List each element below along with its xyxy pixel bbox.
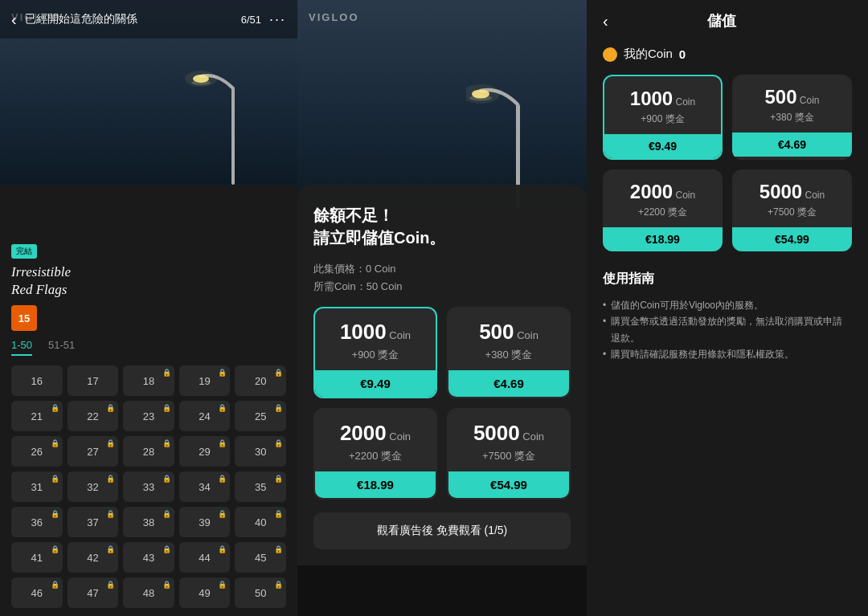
episode-cell[interactable]: 17 xyxy=(68,365,119,396)
episode-cell[interactable]: 40🔒 xyxy=(235,507,286,537)
episode-cell[interactable]: 44🔒 xyxy=(179,542,231,573)
episode-cell[interactable]: 24🔒 xyxy=(179,401,231,431)
right-packages-grid: 1000 Coin+900 獎金€9.49500 Coin+380 獎金€4.6… xyxy=(603,75,852,251)
episode-cell[interactable]: 18🔒 xyxy=(123,365,174,396)
episode-cell[interactable]: 45🔒 xyxy=(235,542,286,573)
episode-cell[interactable]: 37🔒 xyxy=(68,507,119,537)
lock-icon: 🔒 xyxy=(162,545,171,553)
episode-cell[interactable]: 25🔒 xyxy=(235,401,286,431)
left-back-icon[interactable]: ‹ xyxy=(11,10,17,29)
episode-cell[interactable]: 29🔒 xyxy=(179,436,231,467)
right-package-price-button[interactable]: €54.99 xyxy=(732,227,852,251)
episode-cell[interactable]: 35🔒 xyxy=(235,471,286,502)
tab-1-50[interactable]: 1-50 xyxy=(11,339,32,356)
my-coin-label: 我的Coin xyxy=(624,47,673,62)
episode-cell[interactable]: 49🔒 xyxy=(179,577,231,608)
lock-icon: 🔒 xyxy=(162,475,171,483)
package-price-button[interactable]: €9.49 xyxy=(315,370,436,397)
right-package-amount: 2000 xyxy=(630,181,673,202)
right-package-card[interactable]: 500 Coin+380 獎金€4.69 xyxy=(732,75,852,160)
package-unit: Coin xyxy=(514,329,538,341)
right-package-amount: 500 xyxy=(764,86,796,108)
more-options-icon[interactable]: ··· xyxy=(269,11,286,28)
right-package-bonus: +7500 獎金 xyxy=(742,206,842,219)
episode-cell[interactable]: 39🔒 xyxy=(179,507,231,537)
package-card[interactable]: 2000 Coin+2200 獎金€18.99 xyxy=(313,408,437,500)
episode-number: 20 xyxy=(255,375,266,387)
episode-cell[interactable]: 21🔒 xyxy=(11,401,63,431)
episode-cell[interactable]: 23🔒 xyxy=(123,401,174,431)
lock-icon: 🔒 xyxy=(274,475,283,483)
right-header: ‹ 儲值 xyxy=(603,0,852,42)
episode-number: 18 xyxy=(143,375,154,387)
episode-cell[interactable]: 32🔒 xyxy=(68,471,119,502)
right-package-price-button[interactable]: €9.49 xyxy=(604,134,721,158)
episode-cell[interactable]: 19🔒 xyxy=(179,365,231,396)
package-price-button[interactable]: €18.99 xyxy=(315,471,436,498)
lock-icon: 🔒 xyxy=(274,439,283,447)
right-package-card[interactable]: 5000 Coin+7500 獎金€54.99 xyxy=(732,169,852,251)
package-amount: 500 xyxy=(479,320,514,344)
episode-number: 42 xyxy=(87,552,98,564)
right-package-unit: Coin xyxy=(802,190,825,201)
episode-cell[interactable]: 48🔒 xyxy=(123,577,174,608)
episode-cell[interactable]: 47🔒 xyxy=(68,577,119,608)
package-card[interactable]: 500 Coin+380 獎金€4.69 xyxy=(447,307,571,398)
left-panel: ‹ 已經開始這危險的關係 6/51 ··· VIGLOO 完結 Irresist… xyxy=(0,0,297,616)
episode-cell[interactable]: 30🔒 xyxy=(235,436,286,467)
tab-51-51[interactable]: 51-51 xyxy=(48,339,75,356)
episode-cell[interactable]: 26🔒 xyxy=(11,436,63,467)
episode-cell[interactable]: 36🔒 xyxy=(11,507,63,537)
episode-tabs: 1-50 51-51 xyxy=(11,339,286,356)
episode-cell[interactable]: 33🔒 xyxy=(123,471,174,502)
right-back-icon[interactable]: ‹ xyxy=(603,12,608,31)
middle-panel: VIGLOO 餘額不足！ 請立即儲值Coin。 此集價格：0 Coin 所需Co… xyxy=(297,0,587,616)
episode-cell[interactable]: 28🔒 xyxy=(123,436,174,467)
episode-number: 22 xyxy=(87,410,98,422)
package-price-button[interactable]: €4.69 xyxy=(448,370,569,397)
episode-number: 40 xyxy=(255,516,266,528)
episode-cell[interactable]: 27🔒 xyxy=(68,436,119,467)
episode-cell[interactable]: 46🔒 xyxy=(11,577,63,608)
right-package-price-button[interactable]: €18.99 xyxy=(603,227,723,251)
middle-background-image: VIGLOO xyxy=(297,0,587,209)
right-package-card[interactable]: 2000 Coin+2200 獎金€18.99 xyxy=(603,169,723,251)
episode-number: 47 xyxy=(87,587,98,599)
episode-cell[interactable]: 34🔒 xyxy=(179,471,231,502)
package-bonus: +900 獎金 xyxy=(325,348,426,362)
guide-bullet: • xyxy=(603,313,606,346)
episode-cell[interactable]: 16 xyxy=(11,365,63,396)
episode-cell[interactable]: 43🔒 xyxy=(123,542,174,573)
episode-cell[interactable]: 31🔒 xyxy=(11,471,63,502)
watch-ad-button[interactable]: 觀看廣告後 免費觀看 (1/5) xyxy=(313,512,571,549)
episode-number: 28 xyxy=(143,446,154,458)
right-package-card[interactable]: 1000 Coin+900 獎金€9.49 xyxy=(603,75,723,160)
finished-badge: 完結 xyxy=(11,244,37,259)
episode-cell[interactable]: 20🔒 xyxy=(235,365,286,396)
package-card[interactable]: 5000 Coin+7500 獎金€54.99 xyxy=(447,408,571,500)
episode-cell[interactable]: 38🔒 xyxy=(123,507,174,537)
lock-icon: 🔒 xyxy=(274,369,283,377)
right-package-price-button[interactable]: €4.69 xyxy=(732,133,852,157)
episode-number: 38 xyxy=(143,516,154,528)
my-coin-value: 0 xyxy=(679,47,686,61)
episode-number: 35 xyxy=(255,481,266,493)
right-package-unit: Coin xyxy=(673,96,695,108)
package-card[interactable]: 1000 Coin+900 獎金€9.49 xyxy=(313,307,437,398)
episode-cell[interactable]: 42🔒 xyxy=(68,542,119,573)
episode-number: 44 xyxy=(199,552,210,564)
episode-cell[interactable]: 50🔒 xyxy=(235,577,286,608)
episode-cell[interactable]: 22🔒 xyxy=(68,401,119,431)
episode-number: 17 xyxy=(87,375,98,387)
package-bonus: +380 獎金 xyxy=(458,348,559,362)
lock-icon: 🔒 xyxy=(218,369,227,377)
needed-coin-info: 所需Coin：50 Coin xyxy=(313,279,571,294)
package-price-button[interactable]: €54.99 xyxy=(448,471,569,498)
lock-icon: 🔒 xyxy=(274,404,283,412)
lock-icon: 🔒 xyxy=(218,510,227,518)
guide-bullet: • xyxy=(603,346,606,362)
lock-icon: 🔒 xyxy=(218,439,227,447)
episode-cell[interactable]: 41🔒 xyxy=(11,542,63,573)
svg-rect-0 xyxy=(231,88,235,185)
package-unit: Coin xyxy=(387,329,411,341)
